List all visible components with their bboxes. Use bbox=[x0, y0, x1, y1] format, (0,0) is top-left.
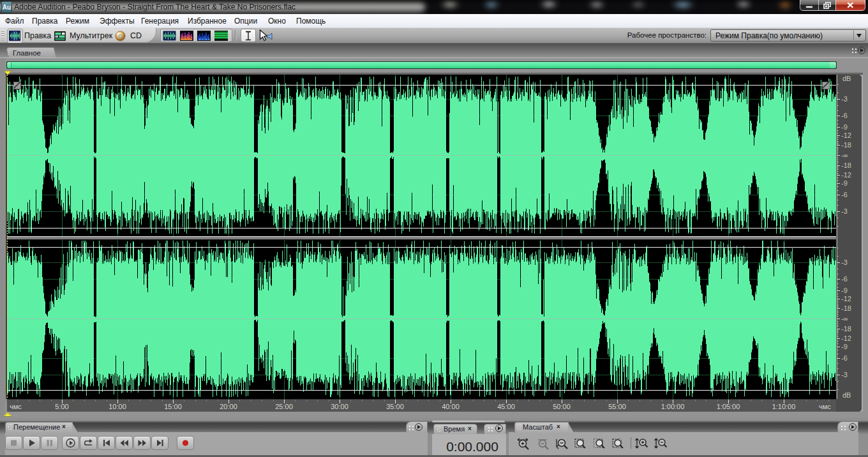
svg-text:-6: -6 bbox=[841, 275, 848, 283]
svg-text:25:00: 25:00 bbox=[275, 403, 293, 410]
svg-text:-12: -12 bbox=[841, 295, 851, 303]
svg-text:1:10:00: 1:10:00 bbox=[772, 403, 796, 410]
svg-text:-12: -12 bbox=[841, 131, 851, 139]
svg-text:-9: -9 bbox=[841, 343, 848, 350]
svg-text:-3: -3 bbox=[841, 371, 848, 378]
svg-text:-9: -9 bbox=[841, 123, 848, 131]
svg-text:10:00: 10:00 bbox=[108, 403, 126, 410]
svg-text:-18: -18 bbox=[841, 161, 851, 169]
svg-text:-3: -3 bbox=[841, 95, 848, 103]
svg-text:-12: -12 bbox=[841, 334, 851, 342]
svg-text:-3: -3 bbox=[841, 207, 848, 215]
svg-text:30:00: 30:00 bbox=[331, 403, 348, 410]
svg-text:40:00: 40:00 bbox=[442, 403, 460, 410]
svg-text:45:00: 45:00 bbox=[497, 403, 515, 410]
svg-text:50:00: 50:00 bbox=[553, 403, 571, 410]
svg-text:чмс: чмс bbox=[10, 403, 22, 410]
svg-text:1:00:00: 1:00:00 bbox=[661, 403, 685, 410]
svg-text:35:00: 35:00 bbox=[386, 403, 404, 410]
svg-text:55:00: 55:00 bbox=[608, 403, 626, 410]
svg-text:-12: -12 bbox=[841, 171, 851, 179]
svg-text:-9: -9 bbox=[841, 179, 848, 187]
svg-text:-9: -9 bbox=[841, 287, 848, 294]
svg-text:-18: -18 bbox=[841, 141, 851, 149]
svg-text:-3: -3 bbox=[841, 258, 848, 266]
svg-text:15:00: 15:00 bbox=[164, 403, 182, 410]
svg-text:5:00: 5:00 bbox=[55, 403, 68, 410]
svg-text:20:00: 20:00 bbox=[220, 403, 237, 410]
svg-text:-∞: -∞ bbox=[841, 152, 848, 159]
svg-text:-6: -6 bbox=[841, 354, 848, 362]
svg-text:-∞: -∞ bbox=[841, 315, 848, 322]
svg-text:1:05:00: 1:05:00 bbox=[717, 403, 740, 410]
svg-text:-6: -6 bbox=[841, 191, 848, 199]
svg-text:-18: -18 bbox=[841, 304, 851, 312]
svg-text:-6: -6 bbox=[841, 112, 848, 119]
svg-text:dB: dB bbox=[842, 75, 851, 82]
svg-text:dB: dB bbox=[842, 391, 851, 399]
svg-text:чмс: чмс bbox=[819, 403, 831, 410]
svg-text:-18: -18 bbox=[841, 325, 851, 333]
